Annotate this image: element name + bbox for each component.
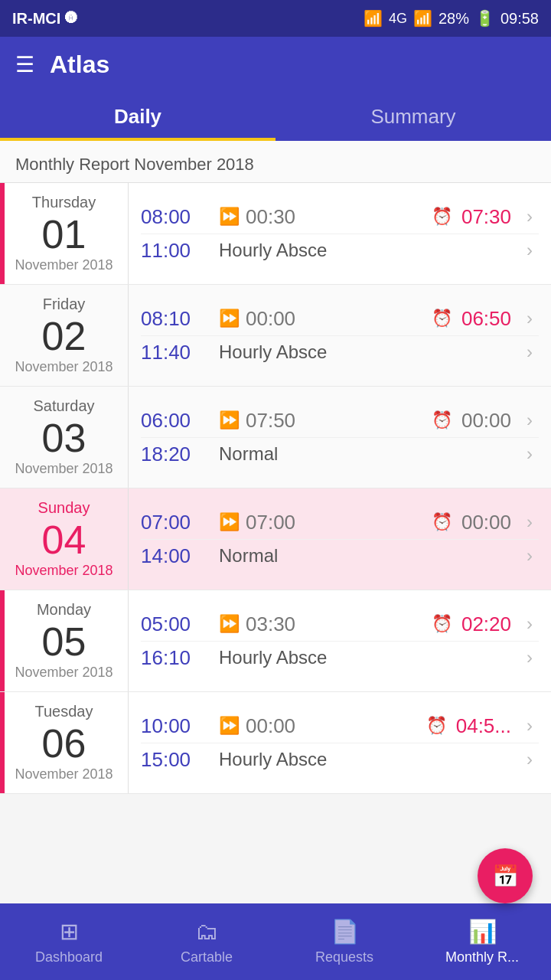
carrier-name: IR-MCI bbox=[12, 10, 60, 28]
overtime-icon: ⏰ bbox=[426, 716, 447, 736]
start-time: 08:00 bbox=[141, 205, 210, 229]
start-time: 08:10 bbox=[141, 307, 210, 331]
chevron-icon[interactable]: › bbox=[520, 206, 539, 227]
tab-summary[interactable]: Summary bbox=[276, 92, 551, 141]
detail-row-2[interactable]: 11:40 Hourly Absce › bbox=[141, 336, 539, 369]
day-name: Thursday bbox=[32, 194, 96, 211]
detail-row-2[interactable]: 16:10 Hourly Absce › bbox=[141, 642, 539, 675]
tab-daily[interactable]: Daily bbox=[0, 92, 276, 141]
day-label-thu01: Thursday 01 November 2018 bbox=[0, 183, 129, 284]
chevron-icon[interactable]: › bbox=[520, 511, 539, 533]
main-content: Monthly Report November 2018 Thursday 01… bbox=[0, 141, 551, 871]
app-title: Atlas bbox=[50, 51, 109, 79]
day-month: November 2018 bbox=[15, 766, 112, 782]
overtime: 00:00 bbox=[461, 511, 511, 534]
nav-requests[interactable]: 📄 Requests bbox=[276, 903, 413, 980]
detail-mid: ⏩ 00:00 bbox=[219, 307, 422, 331]
detail-row-2[interactable]: 15:00 Hourly Absce › bbox=[141, 743, 539, 776]
nav-monthly-label: Monthly R... bbox=[445, 949, 519, 965]
day-details: 07:00 ⏩ 07:00 ⏰ 00:00 › 14:00 Normal › bbox=[129, 488, 551, 590]
day-details: 08:10 ⏩ 00:00 ⏰ 06:50 › 11:40 Hourly Abs… bbox=[129, 285, 551, 386]
network-icon: 4G bbox=[389, 11, 407, 27]
detail-row-1[interactable]: 08:10 ⏩ 00:00 ⏰ 06:50 › bbox=[141, 302, 539, 336]
status: Hourly Absce bbox=[219, 647, 327, 668]
fab-calendar[interactable]: 📅 bbox=[478, 848, 533, 903]
end-time: 11:00 bbox=[141, 239, 210, 263]
status-bar: IR-MCI 🅐 📶 4G 📶 28% 🔋 09:58 bbox=[0, 0, 551, 37]
day-name: Sunday bbox=[38, 499, 90, 517]
detail-mid: ⏩ 00:30 bbox=[219, 205, 422, 229]
status-right: 📶 4G 📶 28% 🔋 09:58 bbox=[364, 9, 539, 28]
overtime: 04:5... bbox=[456, 714, 511, 738]
day-month: November 2018 bbox=[15, 359, 112, 375]
detail-row-1[interactable]: 05:00 ⏩ 03:30 ⏰ 02:20 › bbox=[141, 608, 539, 642]
overtime-icon: ⏰ bbox=[432, 309, 452, 328]
day-row: Thursday 01 November 2018 08:00 ⏩ 00:30 … bbox=[0, 183, 551, 285]
day-details: 06:00 ⏩ 07:50 ⏰ 00:00 › 18:20 Normal › bbox=[129, 387, 551, 488]
detail-row-1[interactable]: 10:00 ⏩ 00:00 ⏰ 04:5... › bbox=[141, 710, 539, 743]
chevron-icon[interactable]: › bbox=[520, 545, 539, 567]
speed-icon: ⏩ bbox=[219, 512, 240, 532]
duration: 00:00 bbox=[246, 307, 295, 331]
day-row: Sunday 04 November 2018 07:00 ⏩ 07:00 ⏰ … bbox=[0, 488, 551, 590]
detail-row-2[interactable]: 14:00 Normal › bbox=[141, 540, 539, 573]
wifi-icon: 📶 bbox=[364, 9, 383, 28]
detail-mid: ⏩ 03:30 bbox=[219, 612, 422, 636]
speed-icon: ⏩ bbox=[219, 716, 240, 736]
chevron-icon[interactable]: › bbox=[520, 341, 539, 363]
chevron-icon[interactable]: › bbox=[520, 308, 539, 329]
chevron-icon[interactable]: › bbox=[520, 715, 539, 737]
day-label-sat03: Saturday 03 November 2018 bbox=[0, 387, 129, 488]
nav-dashboard[interactable]: ⊞ Dashboard bbox=[0, 903, 138, 980]
detail-row-1[interactable]: 08:00 ⏩ 00:30 ⏰ 07:30 › bbox=[141, 201, 539, 234]
end-time: 18:20 bbox=[141, 443, 210, 466]
day-month: November 2018 bbox=[15, 665, 112, 681]
overtime: 06:50 bbox=[461, 307, 511, 331]
status: Normal bbox=[219, 545, 278, 567]
tabs-bar: Daily Summary bbox=[0, 92, 551, 141]
day-month: November 2018 bbox=[15, 563, 112, 579]
day-num: 04 bbox=[42, 520, 86, 560]
duration: 00:00 bbox=[246, 714, 295, 738]
detail-row-1[interactable]: 07:00 ⏩ 07:00 ⏰ 00:00 › bbox=[141, 506, 539, 540]
nav-dashboard-label: Dashboard bbox=[35, 949, 103, 965]
chevron-icon[interactable]: › bbox=[520, 443, 539, 465]
duration: 07:00 bbox=[246, 511, 295, 534]
overtime: 02:20 bbox=[461, 612, 511, 636]
status: Hourly Absce bbox=[219, 749, 327, 770]
end-time: 14:00 bbox=[141, 544, 210, 568]
duration: 07:50 bbox=[246, 409, 295, 433]
day-month: November 2018 bbox=[15, 257, 112, 273]
day-details: 10:00 ⏩ 00:00 ⏰ 04:5... › 15:00 Hourly A… bbox=[129, 692, 551, 793]
day-label-tue06: Tuesday 06 November 2018 bbox=[0, 692, 129, 793]
menu-icon[interactable]: ☰ bbox=[15, 52, 34, 77]
overtime-icon: ⏰ bbox=[432, 614, 452, 634]
start-time: 06:00 bbox=[141, 409, 210, 433]
bottom-nav: ⊞ Dashboard 🗂 Cartable 📄 Requests 📊 Mont… bbox=[0, 903, 551, 980]
end-time: 15:00 bbox=[141, 748, 210, 772]
day-details: 05:00 ⏩ 03:30 ⏰ 02:20 › 16:10 Hourly Abs… bbox=[129, 590, 551, 691]
duration: 00:30 bbox=[246, 205, 295, 229]
detail-row-1[interactable]: 06:00 ⏩ 07:50 ⏰ 00:00 › bbox=[141, 404, 539, 438]
nav-monthly[interactable]: 📊 Monthly R... bbox=[413, 903, 551, 980]
battery-text: 28% bbox=[439, 10, 469, 28]
detail-mid: ⏩ 00:00 bbox=[219, 714, 417, 738]
chevron-icon[interactable]: › bbox=[520, 240, 539, 261]
day-month: November 2018 bbox=[15, 461, 112, 477]
dashboard-icon: ⊞ bbox=[60, 918, 79, 945]
chevron-icon[interactable]: › bbox=[520, 613, 539, 635]
day-num: 02 bbox=[42, 316, 86, 356]
nav-cartable[interactable]: 🗂 Cartable bbox=[138, 903, 276, 980]
detail-row-2[interactable]: 18:20 Normal › bbox=[141, 438, 539, 471]
overtime: 00:00 bbox=[461, 409, 511, 433]
start-time: 10:00 bbox=[141, 714, 210, 738]
detail-row-2[interactable]: 11:00 Hourly Absce › bbox=[141, 234, 539, 267]
day-num: 05 bbox=[42, 622, 86, 662]
chevron-icon[interactable]: › bbox=[520, 749, 539, 770]
chevron-icon[interactable]: › bbox=[520, 647, 539, 668]
day-num: 01 bbox=[42, 214, 86, 254]
speed-icon: ⏩ bbox=[219, 207, 240, 227]
chevron-icon[interactable]: › bbox=[520, 410, 539, 431]
status: Hourly Absce bbox=[219, 240, 327, 261]
monthly-icon: 📊 bbox=[468, 918, 497, 945]
